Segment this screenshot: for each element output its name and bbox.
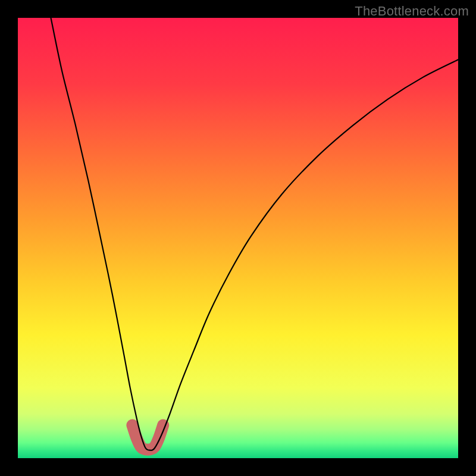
watermark-label: TheBottleneck.com [355,4,469,19]
chart-frame: TheBottleneck.com [0,0,476,476]
chart-svg [18,18,458,458]
chart-plot [18,18,458,458]
chart-background [18,18,458,458]
